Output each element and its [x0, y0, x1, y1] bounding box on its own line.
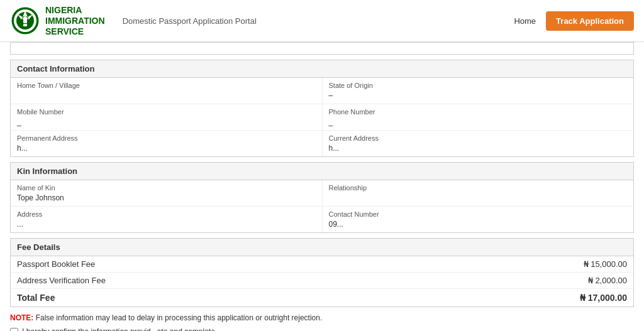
svg-rect-5 — [23, 18, 27, 23]
contact-section-header: Contact Information — [11, 60, 633, 78]
total-fee-row: Total Fee ₦ 17,000.00 — [11, 289, 633, 307]
svg-rect-9 — [23, 24, 27, 26]
home-link[interactable]: Home — [514, 16, 536, 26]
permanent-address-value: h... — [17, 144, 28, 153]
header-right: Home Track Application — [514, 11, 634, 31]
note-text: False information may lead to delay in p… — [36, 313, 323, 322]
phone-number-cell: Phone Number _ — [323, 104, 634, 130]
kin-contact-number-cell: Contact Number 09... — [323, 207, 634, 232]
portal-title: Domestic Passport Application Portal — [123, 16, 257, 26]
note-section: NOTE: False information may lead to dela… — [10, 312, 634, 323]
name-of-kin-value: Tope Johnson — [17, 193, 64, 202]
logo-text: NIGERIA IMMIGRATION SERVICE — [45, 5, 105, 36]
contact-information-section: Contact Information Home Town / Village … — [10, 60, 634, 157]
total-fee-label: Total Fee — [17, 293, 55, 303]
logo-nigeria: NIGERIA — [45, 5, 105, 16]
kin-section-header: Kin Information — [11, 163, 633, 180]
phone-number-value: _ — [329, 117, 333, 126]
confirm-checkbox-row: I hereby confirm the information provid.… — [10, 327, 634, 331]
kin-address-label: Address — [17, 210, 316, 218]
mobile-number-value: _ — [17, 117, 21, 126]
relationship-cell: Relationship — [323, 180, 634, 206]
name-of-kin-label: Name of Kin — [17, 184, 316, 192]
permanent-address-cell: Permanent Address h... — [11, 131, 323, 156]
current-address-value: h... — [329, 144, 340, 153]
state-of-origin-label: State of Origin — [329, 82, 628, 89]
main-content: Contact Information Home Town / Village … — [0, 42, 644, 331]
name-of-kin-cell: Name of Kin Tope Johnson — [11, 180, 323, 206]
kin-row-1: Name of Kin Tope Johnson Relationship — [11, 180, 633, 207]
kin-address-value: ... — [17, 220, 23, 229]
confirm-checkbox[interactable] — [10, 328, 18, 331]
kin-address-cell: Address ... — [11, 207, 323, 232]
phone-number-label: Phone Number — [329, 108, 628, 116]
relationship-label: Relationship — [329, 184, 628, 192]
state-of-origin-cell: State of Origin – — [323, 78, 634, 104]
logo-service: SERVICE — [45, 26, 105, 37]
nis-logo-icon — [10, 6, 40, 36]
header-left: NIGERIA IMMIGRATION SERVICE Domestic Pas… — [10, 5, 257, 36]
home-town-label: Home Town / Village — [17, 82, 316, 89]
logo-immigration: IMMIGRATION — [45, 16, 105, 26]
mobile-number-label: Mobile Number — [17, 108, 316, 116]
kin-contact-number-value: 09... — [329, 220, 343, 229]
kin-information-section: Kin Information Name of Kin Tope Johnson… — [10, 162, 634, 233]
fee-details-section: Fee Details Passport Booklet Fee ₦ 15,00… — [10, 238, 634, 307]
kin-contact-number-label: Contact Number — [329, 210, 628, 218]
home-town-cell: Home Town / Village — [11, 78, 323, 104]
address-verification-fee-label: Address Verification Fee — [17, 276, 106, 285]
passport-booklet-fee-label: Passport Booklet Fee — [17, 259, 95, 269]
note-label: NOTE: — [10, 313, 33, 322]
contact-row-2: Mobile Number _ Phone Number _ — [11, 104, 633, 131]
header: NIGERIA IMMIGRATION SERVICE Domestic Pas… — [0, 0, 644, 42]
fee-section-header: Fee Details — [11, 239, 633, 256]
mobile-number-cell: Mobile Number _ — [11, 104, 323, 130]
passport-booklet-fee-row: Passport Booklet Fee ₦ 15,000.00 — [11, 256, 633, 273]
track-application-button[interactable]: Track Application — [546, 11, 634, 31]
address-verification-fee-row: Address Verification Fee ₦ 2,000.00 — [11, 273, 633, 289]
address-verification-fee-value: ₦ 2,000.00 — [588, 276, 627, 285]
kin-row-2: Address ... Contact Number 09... — [11, 207, 633, 232]
current-address-label: Current Address — [329, 134, 628, 142]
confirm-label: I hereby confirm the information provid.… — [22, 327, 217, 331]
total-fee-value: ₦ 17,000.00 — [580, 293, 627, 303]
logo-area: NIGERIA IMMIGRATION SERVICE — [10, 5, 105, 36]
partial-top-row — [10, 42, 634, 55]
permanent-address-label: Permanent Address — [17, 134, 316, 142]
passport-booklet-fee-value: ₦ 15,000.00 — [584, 259, 627, 269]
contact-row-1: Home Town / Village State of Origin – — [11, 78, 633, 104]
contact-row-3: Permanent Address h... Current Address h… — [11, 131, 633, 156]
current-address-cell: Current Address h... — [323, 131, 634, 156]
state-of-origin-value: – — [329, 91, 333, 100]
